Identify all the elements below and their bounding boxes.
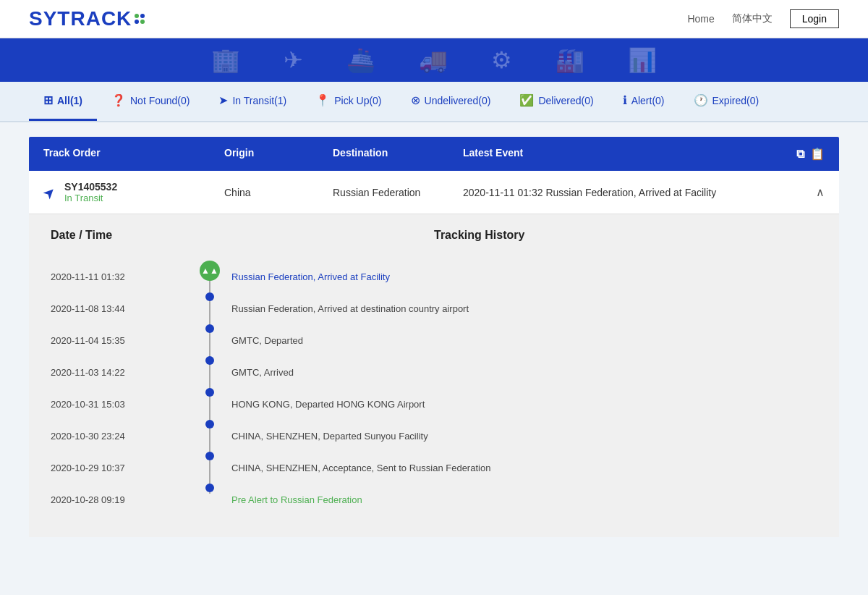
order-status: In Transit bbox=[64, 193, 117, 203]
copy-icon[interactable]: ⧉ bbox=[796, 148, 804, 161]
timeline-item: 2020-10-28 09:19Pre Alert to Russian Fed… bbox=[51, 484, 817, 515]
timeline-event: CHINA, SHENZHEN, Departed Sunyou Facilit… bbox=[224, 431, 817, 442]
tab-expired-label: Expired(0) bbox=[712, 95, 760, 106]
tab-expired[interactable]: 🕐 Expired(0) bbox=[679, 82, 774, 121]
col-latest-event: Latest Event bbox=[463, 147, 781, 161]
col-actions: ⧉ 📋 bbox=[781, 147, 825, 161]
timeline-dot bbox=[205, 484, 214, 492]
nav-lang-link[interactable]: 简体中文 bbox=[732, 12, 773, 25]
tab-pickup[interactable]: 📍 Pick Up(0) bbox=[301, 82, 396, 121]
tab-pickup-label: Pick Up(0) bbox=[334, 95, 381, 106]
login-button[interactable]: Login bbox=[790, 9, 839, 28]
order-row: ➤ SY1405532 In Transit China Russian Fed… bbox=[29, 171, 839, 214]
expand-row-button[interactable]: ∧ bbox=[781, 185, 825, 199]
tab-in-transit-icon: ➤ bbox=[218, 93, 228, 107]
timeline-dot-col bbox=[195, 420, 224, 452]
header-nav: Home 简体中文 Login bbox=[687, 9, 839, 28]
tab-pickup-icon: 📍 bbox=[315, 93, 330, 107]
timeline-date: 2020-11-08 13:44 bbox=[51, 303, 195, 314]
tab-not-found[interactable]: ❓ Not Found(0) bbox=[97, 82, 204, 121]
tab-not-found-icon: ❓ bbox=[111, 93, 126, 107]
tracking-history-header: Tracking History bbox=[434, 229, 817, 242]
timeline-event: HONG KONG, Departed HONG KONG Airport bbox=[224, 399, 817, 410]
timeline-date: 2020-10-31 15:03 bbox=[51, 399, 195, 410]
timeline-date: 2020-10-30 23:24 bbox=[51, 431, 195, 442]
tabs-container: ⊞ All(1) ❓ Not Found(0) ➤ In Transit(1) … bbox=[0, 82, 868, 122]
timeline-dot bbox=[205, 356, 214, 365]
tab-in-transit[interactable]: ➤ In Transit(1) bbox=[204, 82, 301, 121]
logo-text: SYTRACK bbox=[29, 7, 132, 30]
banner-ship-icon: 🚢 bbox=[346, 46, 375, 74]
timeline-dot-col bbox=[195, 484, 224, 515]
banner-chart-icon: 📊 bbox=[628, 46, 657, 74]
tab-all-label: All(1) bbox=[57, 95, 82, 106]
timeline-item: 2020-10-31 15:03HONG KONG, Departed HONG… bbox=[51, 388, 817, 420]
tab-not-found-label: Not Found(0) bbox=[130, 95, 190, 106]
tab-alert-label: Alert(0) bbox=[631, 95, 665, 106]
banner: 🏢 ✈ 🚢 🚚 ⚙ 🏭 📊 bbox=[0, 38, 868, 82]
tab-alert-icon: ℹ bbox=[623, 93, 627, 107]
tab-undelivered-label: Undelivered(0) bbox=[425, 95, 491, 106]
tracking-detail: Date / Time Tracking History 2020-11-11 … bbox=[29, 214, 839, 537]
table-header: Track Order Origin Destination Latest Ev… bbox=[29, 137, 839, 171]
timeline-date: 2020-11-03 14:22 bbox=[51, 367, 195, 378]
col-track-order: Track Order bbox=[43, 147, 224, 161]
tracking-header: Date / Time Tracking History bbox=[51, 229, 817, 253]
tab-delivered-label: Delivered(0) bbox=[538, 95, 593, 106]
tab-delivered[interactable]: ✅ Delivered(0) bbox=[505, 82, 608, 121]
timeline-dot: ▲▲ bbox=[200, 261, 220, 281]
timeline-event: GMTC, Departed bbox=[224, 335, 817, 346]
timeline-item: 2020-10-30 23:24CHINA, SHENZHEN, Departe… bbox=[51, 420, 817, 452]
timeline-dot-col: ▲▲ bbox=[195, 261, 224, 292]
timeline-event: Pre Alert to Russian Federation bbox=[224, 494, 817, 505]
logo: SYTRACK bbox=[29, 7, 145, 30]
timeline-date: 2020-10-28 09:19 bbox=[51, 494, 195, 505]
tracking-date-header: Date / Time bbox=[51, 229, 434, 242]
timeline-event: CHINA, SHENZHEN, Acceptance, Sent to Rus… bbox=[224, 463, 817, 473]
tab-undelivered-icon: ⊗ bbox=[411, 93, 420, 107]
timeline-date: 2020-10-29 10:37 bbox=[51, 463, 195, 473]
banner-icons: 🏢 ✈ 🚢 🚚 ⚙ 🏭 📊 bbox=[211, 46, 657, 74]
banner-building-icon: 🏢 bbox=[211, 46, 240, 74]
tab-undelivered[interactable]: ⊗ Undelivered(0) bbox=[396, 82, 506, 121]
tab-delivered-icon: ✅ bbox=[519, 93, 534, 107]
timeline-dot bbox=[205, 292, 214, 301]
tab-all[interactable]: ⊞ All(1) bbox=[29, 82, 97, 121]
timeline-dot-col bbox=[195, 452, 224, 484]
transit-arrow-icon: ➤ bbox=[39, 182, 60, 203]
banner-plane-icon: ✈ bbox=[284, 46, 303, 74]
order-id: SY1405532 bbox=[64, 181, 117, 193]
order-latest-event: 2020-11-11 01:32 Russian Federation, Arr… bbox=[463, 187, 781, 198]
tracking-timeline: 2020-11-11 01:32▲▲Russian Federation, Ar… bbox=[51, 261, 817, 515]
nav-home-link[interactable]: Home bbox=[687, 13, 714, 25]
main-content: Track Order Origin Destination Latest Ev… bbox=[0, 122, 868, 552]
timeline-event: Russian Federation, Arrived at destinati… bbox=[224, 303, 817, 314]
tab-alert[interactable]: ℹ Alert(0) bbox=[608, 82, 679, 121]
order-id-cell: ➤ SY1405532 In Transit bbox=[43, 181, 224, 203]
order-origin: China bbox=[224, 187, 333, 198]
timeline-event: Russian Federation, Arrived at Facility bbox=[224, 271, 817, 282]
timeline-item: 2020-11-03 14:22GMTC, Arrived bbox=[51, 356, 817, 388]
col-origin: Origin bbox=[224, 147, 333, 161]
timeline-dot bbox=[205, 388, 214, 397]
timeline-item: 2020-10-29 10:37CHINA, SHENZHEN, Accepta… bbox=[51, 452, 817, 484]
paste-icon[interactable]: 📋 bbox=[810, 147, 825, 161]
timeline-dot bbox=[205, 324, 214, 333]
tab-expired-icon: 🕐 bbox=[694, 93, 708, 107]
banner-truck-icon: 🚚 bbox=[419, 46, 448, 74]
col-destination: Destination bbox=[333, 147, 463, 161]
logo-dots bbox=[135, 14, 145, 24]
timeline-dot bbox=[205, 452, 214, 460]
timeline-item: 2020-11-08 13:44Russian Federation, Arri… bbox=[51, 292, 817, 324]
timeline-item: 2020-11-11 01:32▲▲Russian Federation, Ar… bbox=[51, 261, 817, 292]
order-destination: Russian Federation bbox=[333, 187, 463, 198]
timeline-dot-col bbox=[195, 324, 224, 356]
timeline-dot-col bbox=[195, 292, 224, 324]
banner-gear-icon: ⚙ bbox=[491, 46, 512, 74]
header: SYTRACK Home 简体中文 Login bbox=[0, 0, 868, 38]
tab-all-icon: ⊞ bbox=[43, 93, 53, 107]
timeline-event: GMTC, Arrived bbox=[224, 367, 817, 378]
timeline-dot bbox=[205, 420, 214, 429]
timeline-item: 2020-11-04 15:35GMTC, Departed bbox=[51, 324, 817, 356]
banner-factory-icon: 🏭 bbox=[556, 46, 584, 74]
